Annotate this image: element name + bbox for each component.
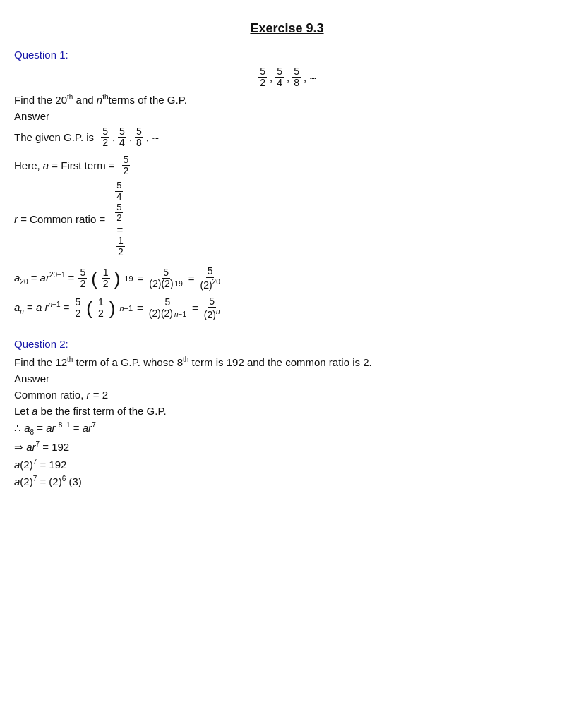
q2-problem-text: Find the 12th term of a G.P. whose 8th t… — [14, 356, 560, 368]
question-2-label: Question 2: — [14, 338, 560, 350]
q2-line-4: ⇒ ar7 = 192 — [14, 440, 560, 454]
question-2-section: Question 2: Find the 12th term of a G.P.… — [14, 338, 560, 487]
question-1-section: Question 1: 52, 54, 58, ···· Find the 20… — [14, 49, 560, 320]
q2-line-6: a(2)7 = (2)6 (3) — [14, 475, 560, 487]
problem-text: Find the 20th and nthterms of the G.P. — [14, 93, 560, 106]
answer-label-2: Answer — [14, 372, 560, 384]
a20-formula: a20 = ar20−1 = 52 ( 12 ) 19 = 5 (2)(2)19… — [14, 266, 560, 290]
an-formula: an = a rn−1 = 52 ( 12 ) n−1 = 5 (2)(2)n−… — [14, 296, 560, 320]
common-ratio-line: r = Common ratio = 54 52 = 12 — [14, 181, 560, 257]
first-term-line: Here, a = First term = 52 — [14, 154, 560, 177]
question-1-label: Question 1: — [14, 49, 560, 61]
q2-line-3: ∴ a8 = ar 8−1 = ar7 — [14, 421, 560, 436]
q2-line-5: a(2)7 = 192 — [14, 458, 560, 471]
gp-series-top: 52, 54, 58, ···· — [258, 66, 316, 89]
answer-label-1: Answer — [14, 110, 560, 122]
q2-line-2: Let a be the first term of the G.P. — [14, 405, 560, 417]
page-title: Exercise 9.3 — [14, 21, 560, 36]
given-gp-line: The given G.P. is 52, 54, 58, ···· — [14, 126, 560, 149]
q2-line-1: Common ratio, r = 2 — [14, 389, 560, 401]
